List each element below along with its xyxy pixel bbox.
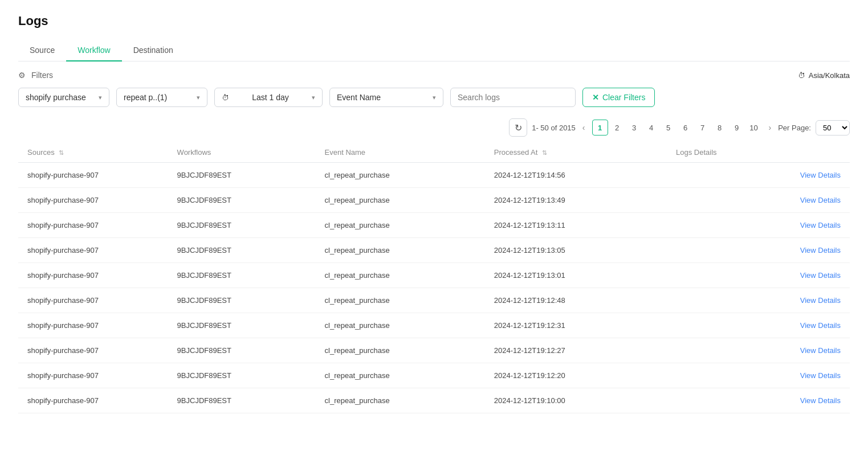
cell-event-5: cl_repeat_purchase xyxy=(316,288,485,313)
per-page-select[interactable]: 50 100 200 xyxy=(816,120,850,136)
tab-source[interactable]: Source xyxy=(18,40,66,61)
logs-table: Sources ⇅ Workflows Event Name Processed… xyxy=(18,142,850,413)
cell-workflow-0: 9BJCJDF89EST xyxy=(168,163,316,188)
cell-logs-1: View Details xyxy=(667,188,850,213)
cell-event-0: cl_repeat_purchase xyxy=(316,163,485,188)
page-num-6[interactable]: 6 xyxy=(678,120,694,136)
page-num-9[interactable]: 9 xyxy=(729,120,745,136)
cell-workflow-4: 9BJCJDF89EST xyxy=(168,263,316,288)
table-row: shopify-purchase-907 9BJCJDF89EST cl_rep… xyxy=(18,188,850,213)
page-container: Logs Source Workflow Destination ⚙ Filte… xyxy=(0,0,868,427)
timezone-value: Asia/Kolkata xyxy=(809,71,850,80)
cell-workflow-5: 9BJCJDF89EST xyxy=(168,288,316,313)
view-details-link-8[interactable]: View Details xyxy=(800,371,841,380)
cell-processed-4: 2024-12-12T19:13:01 xyxy=(485,263,667,288)
sources-sort-icon[interactable]: ⇅ xyxy=(59,149,64,156)
page-num-4[interactable]: 4 xyxy=(643,120,659,136)
clear-filters-button[interactable]: ✕ Clear Filters xyxy=(582,88,655,107)
page-num-1[interactable]: 1 xyxy=(592,120,608,136)
view-details-link-3[interactable]: View Details xyxy=(800,246,841,255)
timezone-display: ⏱ Asia/Kolkata xyxy=(798,71,850,80)
page-numbers: 1 2 3 4 5 6 7 8 9 10 xyxy=(592,120,762,136)
table-row: shopify-purchase-907 9BJCJDF89EST cl_rep… xyxy=(18,363,850,388)
table-row: shopify-purchase-907 9BJCJDF89EST cl_rep… xyxy=(18,338,850,363)
workflow-dropdown[interactable]: repeat p..(1) ▾ xyxy=(116,88,207,107)
cell-event-1: cl_repeat_purchase xyxy=(316,188,485,213)
tab-destination[interactable]: Destination xyxy=(122,40,185,61)
cell-workflow-1: 9BJCJDF89EST xyxy=(168,188,316,213)
tabs-bar: Source Workflow Destination xyxy=(18,40,850,61)
source-chevron-icon: ▾ xyxy=(99,94,102,101)
cell-workflow-3: 9BJCJDF89EST xyxy=(168,238,316,263)
search-input[interactable] xyxy=(450,88,576,107)
cell-processed-0: 2024-12-12T19:14:56 xyxy=(485,163,667,188)
cell-processed-6: 2024-12-12T19:12:31 xyxy=(485,313,667,338)
page-num-2[interactable]: 2 xyxy=(609,120,625,136)
cell-event-3: cl_repeat_purchase xyxy=(316,238,485,263)
cell-source-2: shopify-purchase-907 xyxy=(18,213,168,238)
table-row: shopify-purchase-907 9BJCJDF89EST cl_rep… xyxy=(18,238,850,263)
cell-logs-5: View Details xyxy=(667,288,850,313)
page-num-5[interactable]: 5 xyxy=(661,120,677,136)
cell-workflow-8: 9BJCJDF89EST xyxy=(168,363,316,388)
tab-workflow[interactable]: Workflow xyxy=(66,40,121,61)
time-clock-icon: ⏱ xyxy=(222,93,229,102)
table-body: shopify-purchase-907 9BJCJDF89EST cl_rep… xyxy=(18,163,850,413)
table-header-row: Sources ⇅ Workflows Event Name Processed… xyxy=(18,142,850,163)
filters-label: Filters xyxy=(31,71,53,80)
cell-processed-9: 2024-12-12T19:10:00 xyxy=(485,388,667,413)
cell-workflow-9: 9BJCJDF89EST xyxy=(168,388,316,413)
source-dropdown-value: shopify purchase xyxy=(26,93,86,102)
refresh-button[interactable]: ↻ xyxy=(509,118,527,137)
pagination-bar: ↻ 1- 50 of 2015 ‹ 1 2 3 4 5 6 7 8 9 10 ›… xyxy=(18,107,850,142)
cell-source-6: shopify-purchase-907 xyxy=(18,313,168,338)
next-page-button[interactable]: › xyxy=(767,123,774,132)
view-details-link-9[interactable]: View Details xyxy=(800,396,841,405)
page-num-10[interactable]: 10 xyxy=(746,120,762,136)
page-range: 1- 50 of 2015 xyxy=(532,124,576,132)
cell-source-8: shopify-purchase-907 xyxy=(18,363,168,388)
cell-event-2: cl_repeat_purchase xyxy=(316,213,485,238)
col-event-name: Event Name xyxy=(316,142,485,163)
workflow-dropdown-value: repeat p..(1) xyxy=(124,93,167,102)
filters-label-group: ⚙ Filters xyxy=(18,71,53,80)
cell-event-9: cl_repeat_purchase xyxy=(316,388,485,413)
table-row: shopify-purchase-907 9BJCJDF89EST cl_rep… xyxy=(18,388,850,413)
cell-processed-1: 2024-12-12T19:13:49 xyxy=(485,188,667,213)
table-row: shopify-purchase-907 9BJCJDF89EST cl_rep… xyxy=(18,163,850,188)
time-dropdown-value: Last 1 day xyxy=(252,93,289,102)
filter-row: shopify purchase ▾ repeat p..(1) ▾ ⏱ Las… xyxy=(18,88,850,107)
cell-logs-8: View Details xyxy=(667,363,850,388)
col-processed-at: Processed At ⇅ xyxy=(485,142,667,163)
table-row: shopify-purchase-907 9BJCJDF89EST cl_rep… xyxy=(18,313,850,338)
cell-event-4: cl_repeat_purchase xyxy=(316,263,485,288)
time-chevron-icon: ▾ xyxy=(312,94,315,101)
view-details-link-1[interactable]: View Details xyxy=(800,196,841,204)
view-details-link-2[interactable]: View Details xyxy=(800,221,841,229)
page-num-3[interactable]: 3 xyxy=(626,120,642,136)
cell-logs-6: View Details xyxy=(667,313,850,338)
view-details-link-7[interactable]: View Details xyxy=(800,346,841,355)
cell-logs-7: View Details xyxy=(667,338,850,363)
event-name-dropdown[interactable]: Event Name ▾ xyxy=(329,88,443,107)
cell-source-5: shopify-purchase-907 xyxy=(18,288,168,313)
page-num-7[interactable]: 7 xyxy=(695,120,711,136)
source-dropdown[interactable]: shopify purchase ▾ xyxy=(18,88,109,107)
time-dropdown[interactable]: ⏱ Last 1 day ▾ xyxy=(214,88,323,107)
processed-sort-icon[interactable]: ⇅ xyxy=(542,149,547,156)
col-sources: Sources ⇅ xyxy=(18,142,168,163)
table-row: shopify-purchase-907 9BJCJDF89EST cl_rep… xyxy=(18,263,850,288)
clear-x-icon: ✕ xyxy=(592,93,599,102)
event-name-dropdown-value: Event Name xyxy=(337,93,381,102)
view-details-link-6[interactable]: View Details xyxy=(800,321,841,330)
event-chevron-icon: ▾ xyxy=(433,94,436,101)
view-details-link-4[interactable]: View Details xyxy=(800,271,841,280)
view-details-link-5[interactable]: View Details xyxy=(800,296,841,305)
cell-logs-3: View Details xyxy=(667,238,850,263)
cell-logs-4: View Details xyxy=(667,263,850,288)
cell-processed-2: 2024-12-12T19:13:11 xyxy=(485,213,667,238)
view-details-link-0[interactable]: View Details xyxy=(800,171,841,179)
cell-source-0: shopify-purchase-907 xyxy=(18,163,168,188)
prev-page-button[interactable]: ‹ xyxy=(580,123,588,132)
page-num-8[interactable]: 8 xyxy=(712,120,728,136)
